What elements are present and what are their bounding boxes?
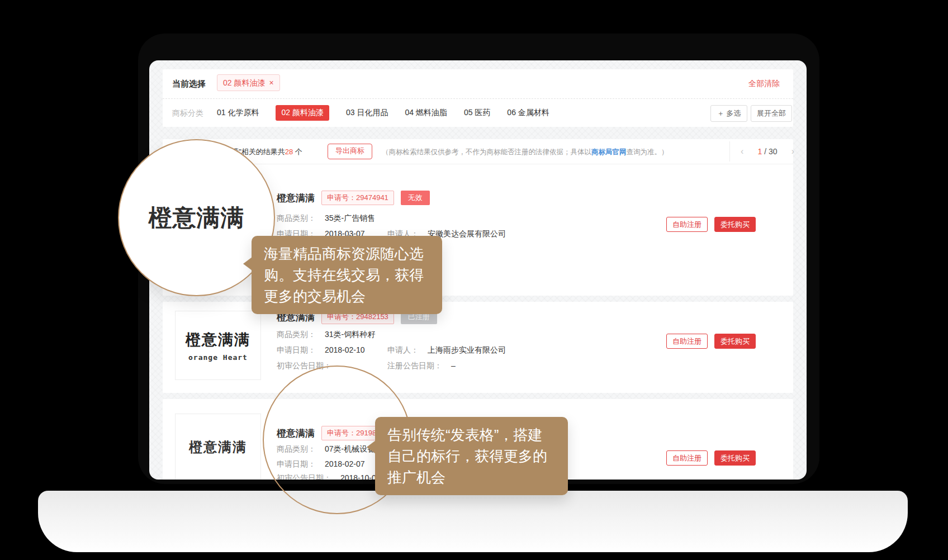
trademark-title-row: 橙意满满 申请号：29474941 无效 xyxy=(277,191,430,205)
reg-pub-date-line: 注册公告日期： – xyxy=(387,361,456,371)
page-separator: / xyxy=(764,147,766,156)
current-page: 1 xyxy=(757,147,762,156)
category-item-05[interactable]: 05 医药 xyxy=(464,105,490,121)
self-register-button[interactable]: 自助注册 xyxy=(666,334,708,349)
results-unit: 个 xyxy=(293,148,302,156)
total-pages: 30 xyxy=(769,147,778,156)
category-item-03[interactable]: 03 日化用品 xyxy=(346,105,388,121)
category-item-02-selected[interactable]: 02 颜料油漆 xyxy=(276,105,329,121)
pagination: ‹ 1 / 30 › xyxy=(741,146,794,156)
category-value: 31类-饲料种籽 xyxy=(325,330,375,339)
expand-all-button[interactable]: 展开全部 xyxy=(751,105,792,122)
laptop-base xyxy=(38,491,908,552)
entrust-purchase-button[interactable]: 委托购买 xyxy=(714,334,756,349)
trademark-image-subtext: orange Heart xyxy=(188,353,248,362)
reg-pub-date-value: – xyxy=(451,361,456,370)
selected-filter-tag[interactable]: 02 颜料油漆× xyxy=(217,74,280,91)
disclaimer-note: （商标检索结果仅供参考，不作为商标能否注册的法律依据；具体以商标局官网查询为准。… xyxy=(382,148,669,157)
applicant-label: 申请人： xyxy=(387,345,419,354)
category-item-06[interactable]: 06 金属材料 xyxy=(507,105,549,121)
next-page-icon[interactable]: › xyxy=(791,146,794,156)
application-number-value: 29474941 xyxy=(356,193,388,202)
category-item-01[interactable]: 01 化学原料 xyxy=(217,105,259,121)
export-trademarks-button[interactable]: 导出商标 xyxy=(328,144,372,159)
applicant-value: 上海雨步实业有限公司 xyxy=(428,345,506,354)
category-item-04[interactable]: 04 燃料油脂 xyxy=(405,105,447,121)
disclaimer-prefix: （商标检索结果仅供参考，不作为商标能否注册的法律依据；具体以 xyxy=(382,148,591,156)
callout-tooltip-promotion: 告别传统“发表格”，搭建自己的标行，获得更多的推广机会 xyxy=(375,417,568,495)
application-number-badge: 申请号：29474941 xyxy=(321,191,394,205)
category-list: 01 化学原料 02 颜料油漆 03 日化用品 04 燃料油脂 05 医药 06… xyxy=(217,105,549,121)
entrust-purchase-button[interactable]: 委托购买 xyxy=(714,217,756,232)
trademark-thumbnail-row2[interactable]: 橙意满满 orange Heart xyxy=(175,311,261,380)
result-row: 橙意满满 orange Heart 橙意满满 申请号：29482153 已注册 … xyxy=(163,302,793,393)
category-line: 商品类别： 31类-饲料种籽 xyxy=(277,330,375,340)
trademark-name[interactable]: 橙意满满 xyxy=(277,192,315,205)
applicant-line: 申请人： 上海雨步实业有限公司 xyxy=(387,345,506,355)
remove-tag-icon[interactable]: × xyxy=(269,78,273,87)
application-number-label: 申请号： xyxy=(327,193,356,202)
apply-date-label: 申请日期： xyxy=(277,345,316,354)
multi-select-button[interactable]: ＋ 多选 xyxy=(710,105,747,122)
callout-tooltip-marketplace: 海量精品商标资源随心选购。支持在线交易，获得更多的交易机会 xyxy=(252,236,442,314)
trademark-image-text: 橙意满满 xyxy=(186,330,250,350)
results-header: 检索到“橙意满满”相关的结果共28 个 导出商标 （商标检索结果仅供参考，不作为… xyxy=(163,139,793,164)
self-register-button[interactable]: 自助注册 xyxy=(666,450,708,466)
trademark-thumbnail-row3[interactable]: 橙意满满 xyxy=(175,414,261,480)
category-line: 商品类别： 35类-广告销售 xyxy=(277,213,375,224)
self-register-button[interactable]: 自助注册 xyxy=(666,217,708,232)
disclaimer-suffix: 查询为准。） xyxy=(627,148,669,156)
prev-page-icon[interactable]: ‹ xyxy=(741,146,743,156)
selected-filter-tag-text: 02 颜料油漆 xyxy=(223,78,265,87)
category-value: 35类-广告销售 xyxy=(325,213,375,222)
clear-all-button[interactable]: 全部清除 xyxy=(748,79,780,89)
apply-date-value: 2018-02-10 xyxy=(325,345,365,354)
category-filter-label: 商标分类 xyxy=(172,108,203,118)
magnified-trademark-text: 橙意满满 xyxy=(149,202,245,234)
apply-date-line: 申请日期： 2018-02-10 xyxy=(277,345,365,355)
header-divider xyxy=(729,141,730,162)
reg-pub-date-label: 注册公告日期： xyxy=(387,361,442,370)
filter-card: 当前选择 02 颜料油漆× 全部清除 商标分类 01 化学原料 02 颜料油漆 … xyxy=(163,69,793,127)
trademark-image-text: 橙意满满 xyxy=(189,438,247,456)
category-label: 商品类别： xyxy=(277,330,316,339)
status-badge-invalid: 无效 xyxy=(401,191,430,205)
trademark-office-link[interactable]: 商标局官网 xyxy=(591,148,627,156)
current-selection-label: 当前选择 xyxy=(172,79,206,89)
dashed-divider xyxy=(163,98,793,99)
results-count: 28 xyxy=(285,148,293,156)
category-label: 商品类别： xyxy=(277,213,316,222)
entrust-purchase-button[interactable]: 委托购买 xyxy=(714,450,756,466)
